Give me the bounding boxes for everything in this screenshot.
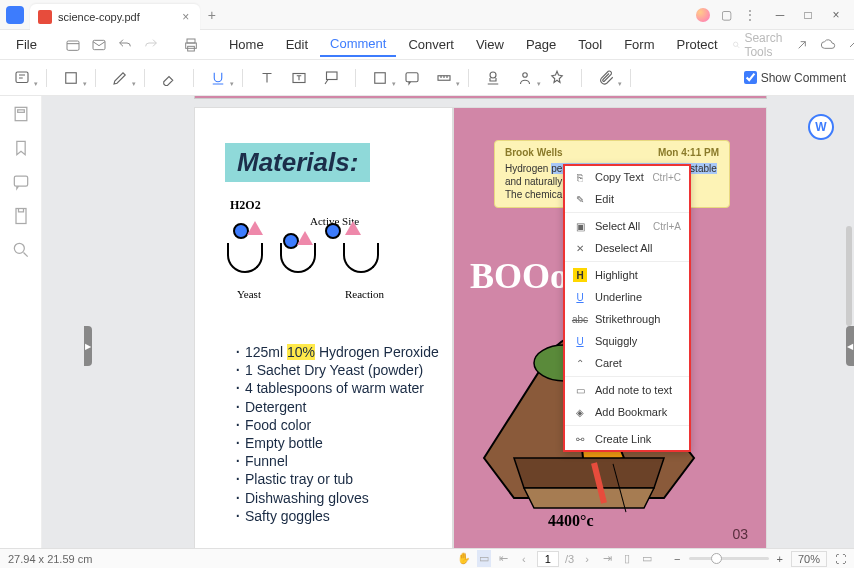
menu-home[interactable]: Home — [219, 33, 274, 56]
ctx-deselect-all[interactable]: ✕Deselect All — [565, 237, 689, 259]
materials-heading: Materials: — [225, 143, 370, 182]
ctx-add-note[interactable]: ▭Add note to text — [565, 379, 689, 401]
underline-tool[interactable]: ▾ — [204, 66, 232, 90]
hand-tool-icon[interactable]: ✋ — [457, 552, 471, 565]
scrollbar[interactable] — [846, 226, 852, 326]
zoom-slider[interactable] — [689, 557, 769, 560]
last-page-button[interactable]: ⇥ — [600, 552, 614, 565]
show-comment-checkbox[interactable] — [744, 71, 757, 84]
select-all-icon: ▣ — [573, 219, 587, 233]
mail-icon[interactable] — [91, 36, 107, 54]
zoom-percent[interactable]: 70% — [791, 551, 827, 567]
minimize-button[interactable]: ─ — [766, 1, 794, 29]
statusbar: 27.94 x 21.59 cm ✋ ▭ ⇤ ‹ /3 › ⇥ ▯ ▭ − + … — [0, 548, 854, 568]
redo-icon[interactable] — [143, 36, 159, 54]
ctx-copy-text[interactable]: ⎘Copy TextCtrl+C — [565, 166, 689, 188]
signature-tool[interactable]: ▾ — [511, 66, 539, 90]
pencil-tool[interactable]: ▾ — [106, 66, 134, 90]
fit-page-icon[interactable]: ▯ — [620, 552, 634, 565]
label-h2o2: H2O2 — [230, 198, 261, 213]
shape-tool[interactable]: ▾ — [366, 66, 394, 90]
callout-tool[interactable] — [317, 66, 345, 90]
new-tab-button[interactable]: + — [208, 7, 216, 23]
fit-width-icon[interactable]: ▭ — [640, 552, 654, 565]
next-page-button[interactable]: › — [580, 553, 594, 565]
note-tool[interactable]: ▾ — [8, 66, 36, 90]
menu-page[interactable]: Page — [516, 33, 566, 56]
first-page-button[interactable]: ⇤ — [497, 552, 511, 565]
zoom-in-button[interactable]: + — [777, 553, 783, 565]
cloud-icon[interactable] — [820, 36, 836, 54]
note-author: Brook Wells — [505, 147, 563, 158]
attachment-tool[interactable]: ▾ — [592, 66, 620, 90]
eraser-tool[interactable] — [155, 66, 183, 90]
svg-rect-1 — [93, 40, 105, 49]
collapse-icon[interactable] — [846, 36, 854, 54]
page-dimensions: 27.94 x 21.59 cm — [8, 553, 92, 565]
print-icon[interactable] — [183, 36, 199, 54]
menu-form[interactable]: Form — [614, 33, 664, 56]
search-rail-icon[interactable] — [11, 240, 31, 260]
convert-word-button[interactable]: W — [808, 114, 834, 140]
menu-protect[interactable]: Protect — [666, 33, 727, 56]
svg-point-5 — [733, 42, 737, 46]
attachments-rail-icon[interactable] — [11, 206, 31, 226]
prev-page-button[interactable]: ‹ — [517, 553, 531, 565]
ctx-select-all[interactable]: ▣Select AllCtrl+A — [565, 215, 689, 237]
strikethrough-icon: abc — [573, 312, 587, 326]
file-menu[interactable]: File — [8, 37, 45, 52]
ctx-create-link[interactable]: ⚯Create Link — [565, 428, 689, 450]
note-icon: ▭ — [573, 383, 587, 397]
select-tool-icon[interactable]: ▭ — [477, 550, 491, 567]
open-icon[interactable] — [65, 36, 81, 54]
text-tool[interactable] — [253, 66, 281, 90]
label-reaction: Reaction — [345, 288, 384, 300]
share-icon[interactable] — [794, 36, 810, 54]
ctx-strikethrough[interactable]: abcStrikethrough — [565, 308, 689, 330]
fullscreen-icon[interactable]: ⛶ — [835, 553, 846, 565]
notification-icon[interactable]: ▢ — [718, 7, 734, 23]
menu-edit[interactable]: Edit — [276, 33, 318, 56]
temperature-label: 4400°c — [548, 512, 594, 530]
ctx-squiggly[interactable]: USquiggly — [565, 330, 689, 352]
measure-tool[interactable]: ▾ — [430, 66, 458, 90]
menu-comment[interactable]: Comment — [320, 32, 396, 57]
squiggly-icon: U — [573, 334, 587, 348]
tab-close-button[interactable]: × — [180, 11, 192, 23]
more-icon[interactable]: ⋮ — [742, 7, 758, 23]
highlight-tool[interactable]: ▾ — [57, 66, 85, 90]
menu-view[interactable]: View — [466, 33, 514, 56]
ctx-highlight[interactable]: HHighlight — [565, 264, 689, 286]
approve-tool[interactable] — [543, 66, 571, 90]
right-panel-handle[interactable]: ◀ — [846, 326, 854, 366]
profile-orb[interactable] — [696, 8, 710, 22]
maximize-button[interactable]: □ — [794, 1, 822, 29]
svg-rect-18 — [16, 209, 26, 224]
bookmarks-icon[interactable] — [11, 138, 31, 158]
ctx-underline[interactable]: UUnderline — [565, 286, 689, 308]
comments-rail-icon[interactable] — [11, 172, 31, 192]
document-tab[interactable]: science-copy.pdf × — [30, 4, 200, 30]
show-comment-toggle[interactable]: Show Comment — [744, 71, 846, 85]
undo-icon[interactable] — [117, 36, 133, 54]
list-item: 125ml 10% Hydrogen Peroxide — [235, 343, 439, 361]
svg-rect-6 — [16, 72, 28, 83]
svg-rect-17 — [14, 176, 27, 186]
left-panel-handle[interactable]: ▶ — [84, 326, 92, 366]
highlighted-text: 10% — [287, 344, 315, 360]
close-button[interactable]: × — [822, 1, 850, 29]
menu-tool[interactable]: Tool — [568, 33, 612, 56]
textbox-tool[interactable] — [285, 66, 313, 90]
search-tools[interactable]: Search Tools — [732, 31, 788, 59]
canvas[interactable]: Materials: H2O2 Active Site Yeast Reacti… — [42, 96, 854, 548]
ctx-caret[interactable]: ⌃Caret — [565, 352, 689, 374]
ctx-add-bookmark[interactable]: ◈Add Bookmark — [565, 401, 689, 423]
thumbnails-icon[interactable] — [11, 104, 31, 124]
stamp-tool[interactable] — [479, 66, 507, 90]
comment-tool[interactable] — [398, 66, 426, 90]
menu-convert[interactable]: Convert — [398, 33, 464, 56]
zoom-out-button[interactable]: − — [674, 553, 680, 565]
app-logo — [0, 0, 30, 30]
page-input[interactable] — [537, 551, 559, 567]
ctx-edit[interactable]: ✎Edit — [565, 188, 689, 210]
